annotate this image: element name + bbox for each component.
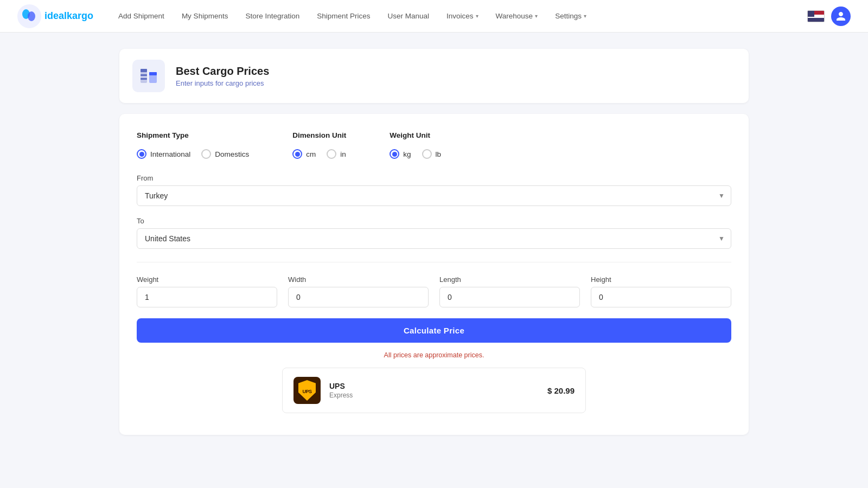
dimension-row: Weight Width Length Height	[137, 275, 731, 307]
to-select[interactable]: United States Germany United Kingdom Tur…	[137, 228, 731, 249]
svg-point-2	[28, 11, 35, 21]
radio-lb-label: lb	[436, 150, 442, 158]
price-info: UPS Express	[329, 382, 539, 399]
radio-domestics[interactable]: Domestics	[201, 149, 249, 159]
radio-cm-circle	[292, 149, 302, 159]
to-select-wrapper: United States Germany United Kingdom Tur…	[137, 228, 731, 249]
radio-in-circle	[327, 149, 336, 159]
weight-input[interactable]	[137, 287, 277, 307]
weight-unit-group: Weight Unit kg lb	[390, 131, 441, 159]
nav-link-add-shipment[interactable]: Add Shipment	[111, 8, 172, 24]
chevron-down-icon: ▾	[584, 13, 586, 19]
shipment-type-label: Shipment Type	[137, 131, 249, 139]
radio-international-circle	[137, 149, 146, 159]
form-divider	[137, 262, 731, 262]
logo-text: idealkargo	[44, 10, 93, 22]
nav-link-invoices[interactable]: Invoices▾	[439, 8, 486, 24]
radio-row: Shipment Type International Domestics Di…	[137, 131, 731, 159]
height-field-group: Height	[591, 275, 731, 307]
svg-rect-6	[141, 78, 147, 80]
header-icon	[132, 60, 165, 92]
length-label: Length	[439, 275, 580, 284]
to-label: To	[137, 217, 731, 225]
svg-rect-5	[141, 74, 147, 76]
radio-in-label: in	[340, 150, 346, 158]
radio-in[interactable]: in	[327, 149, 346, 159]
width-input[interactable]	[288, 287, 429, 307]
nav-link-settings[interactable]: Settings▾	[547, 8, 594, 24]
flag-icon[interactable]	[807, 10, 825, 22]
carrier-name: UPS	[329, 382, 539, 390]
radio-cm-label: cm	[306, 150, 316, 158]
nav-links: Add ShipmentMy ShipmentsStore Integratio…	[111, 8, 807, 24]
chevron-down-icon: ▾	[476, 13, 478, 19]
radio-domestics-circle	[201, 149, 211, 159]
height-input[interactable]	[591, 287, 731, 307]
form-card: Shipment Type International Domestics Di…	[119, 114, 749, 435]
radio-kg[interactable]: kg	[390, 149, 411, 159]
nav-right	[807, 7, 851, 26]
page-wrapper: Best Cargo Prices Enter inputs for cargo…	[108, 49, 760, 435]
page-subtitle: Enter inputs for cargo prices	[176, 79, 269, 87]
price-result-card: UPS UPS Express $ 20.99	[282, 368, 586, 413]
service-name: Express	[329, 391, 539, 399]
nav-link-warehouse[interactable]: Warehouse▾	[488, 8, 546, 24]
radio-international[interactable]: International	[137, 149, 190, 159]
ups-shield-text: UPS	[302, 389, 311, 394]
svg-rect-4	[141, 69, 147, 72]
shipment-type-options: International Domestics	[137, 149, 249, 159]
dimension-unit-options: cm in	[292, 149, 346, 159]
height-label: Height	[591, 275, 731, 284]
nav-link-shipment-prices[interactable]: Shipment Prices	[309, 8, 378, 24]
weight-label: Weight	[137, 275, 277, 284]
nav-link-my-shipments[interactable]: My Shipments	[174, 8, 236, 24]
header-text: Best Cargo Prices Enter inputs for cargo…	[176, 65, 269, 87]
length-field-group: Length	[439, 275, 580, 307]
dimension-unit-group: Dimension Unit cm in	[292, 131, 346, 159]
svg-rect-8	[149, 72, 157, 75]
logo[interactable]: idealkargo	[17, 4, 93, 28]
from-select[interactable]: Turkey Germany United Kingdom	[137, 185, 731, 206]
ups-shield-icon: UPS	[298, 380, 316, 401]
width-field-group: Width	[288, 275, 429, 307]
approx-text: All prices are approximate prices.	[137, 351, 731, 359]
radio-kg-circle	[390, 149, 399, 159]
price-amount: $ 20.99	[547, 386, 575, 395]
radio-lb-circle	[422, 149, 432, 159]
shipment-type-group: Shipment Type International Domestics	[137, 131, 249, 159]
header-card: Best Cargo Prices Enter inputs for cargo…	[119, 49, 749, 103]
radio-lb[interactable]: lb	[422, 149, 442, 159]
radio-kg-label: kg	[403, 150, 411, 158]
chevron-down-icon: ▾	[535, 13, 538, 19]
from-select-wrapper: Turkey Germany United Kingdom ▼	[137, 185, 731, 206]
weight-field-group: Weight	[137, 275, 277, 307]
navbar: idealkargo Add ShipmentMy ShipmentsStore…	[0, 0, 868, 33]
radio-domestics-label: Domestics	[215, 150, 249, 158]
radio-international-label: International	[150, 150, 190, 158]
page-title: Best Cargo Prices	[176, 65, 269, 78]
ups-logo: UPS	[293, 377, 321, 404]
user-avatar[interactable]	[831, 7, 851, 26]
length-input[interactable]	[439, 287, 580, 307]
weight-unit-label: Weight Unit	[390, 131, 441, 139]
weight-unit-options: kg lb	[390, 149, 441, 159]
nav-link-user-manual[interactable]: User Manual	[380, 8, 437, 24]
width-label: Width	[288, 275, 429, 284]
radio-cm[interactable]: cm	[292, 149, 316, 159]
dimension-unit-label: Dimension Unit	[292, 131, 346, 139]
from-label: From	[137, 174, 731, 182]
calculate-price-button[interactable]: Calculate Price	[137, 318, 731, 343]
nav-link-store-integration[interactable]: Store Integration	[238, 8, 307, 24]
